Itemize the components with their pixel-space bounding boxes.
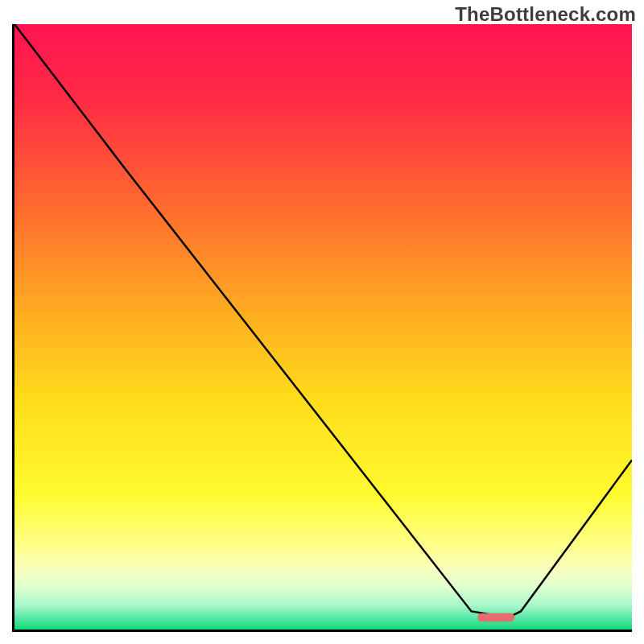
- watermark-label: TheBottleneck.com: [455, 3, 636, 26]
- optimum-marker: [14, 24, 632, 630]
- chart-container: TheBottleneck.com: [0, 0, 644, 644]
- svg-rect-1: [477, 613, 514, 622]
- plot-area: [12, 24, 632, 632]
